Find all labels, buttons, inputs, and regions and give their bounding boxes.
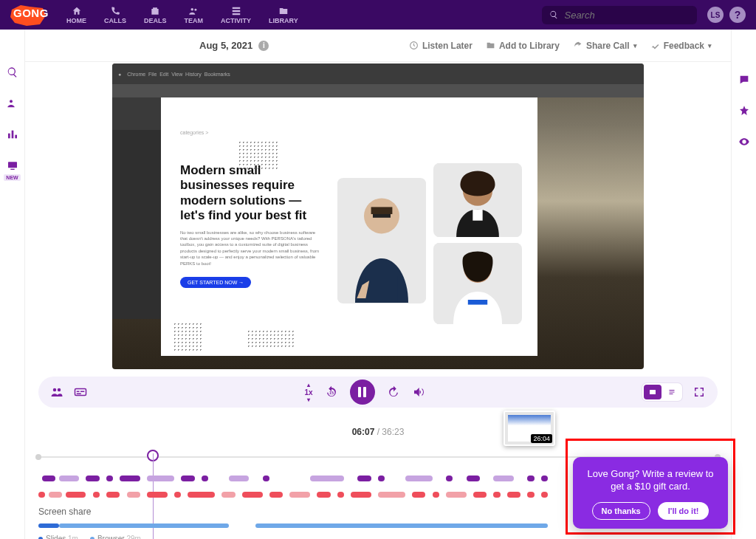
background-app [112,97,161,319]
share-call-button[interactable]: Share Call▾ [573,41,637,51]
svg-rect-29 [670,392,675,393]
svg-rect-13 [365,276,397,303]
svg-point-2 [195,8,197,10]
hero-person-2 [433,163,522,237]
hero-person-3 [433,243,522,324]
svg-point-20 [58,388,61,392]
nav-deals[interactable]: DEALS [138,4,173,27]
svg-point-19 [53,388,57,392]
rail-star-icon[interactable] [738,105,750,117]
svg-rect-5 [8,134,10,139]
view-transcript-button[interactable] [663,385,681,399]
svg-point-1 [191,7,194,10]
hero-person-1 [337,178,426,303]
popup-yes-button[interactable]: I'll do it! [658,502,709,520]
rail-search-icon[interactable] [7,66,18,78]
user-avatar[interactable]: LS [707,7,724,23]
rewind-15-icon[interactable]: 15 [325,385,338,399]
time-display: 06:07 / 36:23 [352,427,405,437]
hero-body: No two small businesses are alike, so wh… [180,230,320,267]
track-legend: Slides 1m Browser 29m [38,535,718,539]
new-badge: NEW [4,174,20,181]
shared-webpage: categories > Modern small businesses req… [161,97,537,356]
svg-rect-11 [371,207,392,214]
nav-home[interactable]: HOME [61,4,92,27]
player-bar: ▴1x▾ 15 [38,377,718,408]
search-box[interactable] [542,6,697,24]
left-rail: NEW [0,30,25,539]
feedback-button[interactable]: Feedback▾ [650,41,712,51]
listen-later-button[interactable]: Listen Later [409,41,472,51]
logo-text: GONG [13,7,49,19]
view-video-button[interactable] [644,385,662,399]
rail-stats-icon[interactable] [7,128,18,140]
volume-icon[interactable] [412,385,425,399]
svg-rect-8 [8,162,17,168]
svg-text:15: 15 [329,391,334,395]
call-date: Aug 5, 2021 i [199,40,269,51]
nav-activity[interactable]: ACTIVITY [215,4,257,27]
nav-items: HOME CALLS DEALS TEAM ACTIVITY LIBRARY [61,4,304,27]
svg-rect-23 [80,391,84,393]
help-icon[interactable]: ? [729,7,746,23]
speed-button[interactable]: ▴1x▾ [304,382,312,403]
hero-cta: GET STARTED NOW → [180,277,251,288]
info-icon[interactable]: i [258,41,269,51]
svg-rect-22 [77,391,80,393]
svg-rect-24 [77,394,81,395]
top-nav: GONG HOME CALLS DEALS TEAM ACTIVITY LIBR… [0,0,756,30]
svg-rect-28 [670,390,675,391]
browser-chrome: ●Chrome File Edit View History Bookmarks [112,63,644,84]
svg-rect-7 [15,135,17,139]
fullscreen-icon[interactable] [693,385,706,399]
hero-heading: Modern small businesses require modern s… [180,163,320,224]
thumbnail-preview[interactable]: 26:04 [504,411,555,446]
rail-slides-icon[interactable] [7,159,18,171]
captions-icon[interactable] [74,385,87,399]
view-toggle [642,383,682,401]
rail-comment-icon[interactable] [738,74,750,86]
svg-point-4 [10,100,13,103]
pause-button[interactable] [350,380,375,405]
subheader: Aug 5, 2021 i Listen Later Add to Librar… [0,30,756,62]
svg-rect-6 [11,131,13,139]
nav-calls[interactable]: CALLS [98,4,132,27]
search-icon [549,10,558,20]
svg-rect-30 [670,394,673,394]
video-frame[interactable]: ●Chrome File Edit View History Bookmarks… [112,63,644,369]
svg-rect-18 [468,300,487,305]
popup-no-button[interactable]: No thanks [592,502,650,520]
search-input[interactable] [564,10,690,21]
participants-icon[interactable] [50,385,63,399]
review-popup: Love Gong? Write a review to get a $10 g… [573,457,728,529]
forward-15-icon[interactable] [387,385,400,399]
logo[interactable]: GONG [10,4,47,26]
playhead[interactable] [147,450,159,461]
nav-library[interactable]: LIBRARY [263,4,304,27]
rail-eye-icon[interactable] [738,136,750,148]
nav-team[interactable]: TEAM [179,4,210,27]
rail-people-icon[interactable] [7,97,18,109]
popup-message: Love Gong? Write a review to get a $10 g… [583,467,718,493]
add-to-library-button[interactable]: Add to Library [486,41,560,51]
svg-rect-12 [373,214,391,218]
